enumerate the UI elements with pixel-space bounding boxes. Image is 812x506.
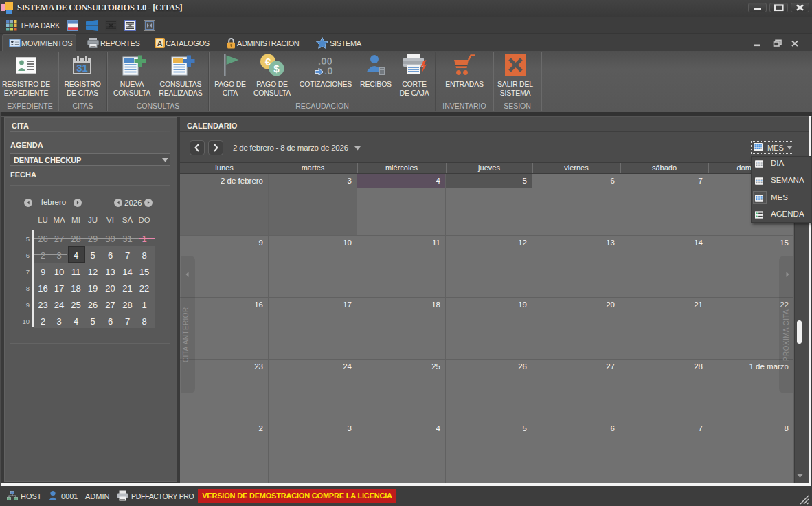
svg-text:31: 31 (76, 62, 88, 74)
svg-text:$: $ (273, 63, 280, 74)
svg-text:.0: .0 (324, 65, 333, 75)
svg-text:A: A (157, 39, 163, 47)
